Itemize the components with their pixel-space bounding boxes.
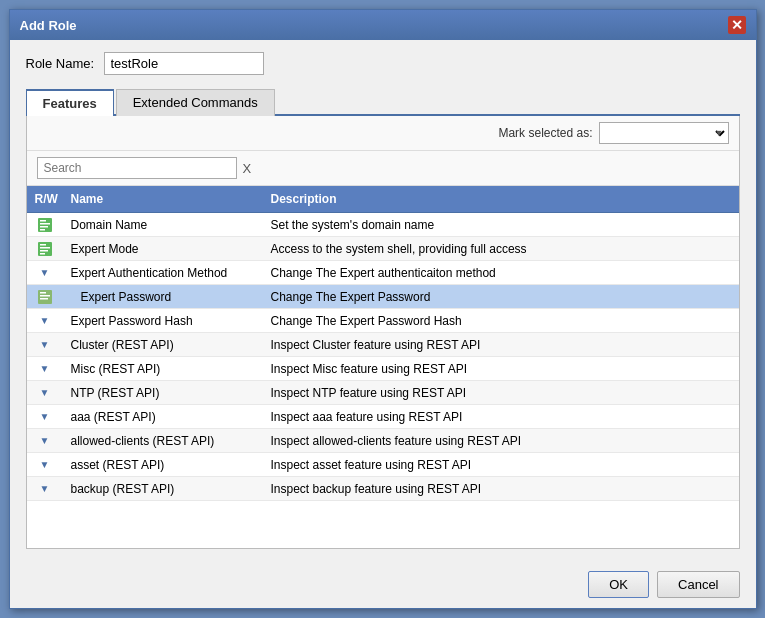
row-icon: ▼ (27, 481, 63, 496)
row-name: Expert Password (63, 288, 263, 306)
table-row[interactable]: ▼ Expert Authentication Method Change Th… (27, 261, 739, 285)
tabs-bar: Features Extended Commands (26, 87, 740, 116)
row-description: Change The Expert Password (263, 288, 739, 306)
collapse-icon: ▼ (40, 483, 50, 494)
row-description: Inspect backup feature using REST API (263, 480, 739, 498)
row-name: Expert Authentication Method (63, 264, 263, 282)
dialog-title: Add Role (20, 18, 77, 33)
row-icon: ▼ (27, 361, 63, 376)
edit-icon (37, 217, 53, 233)
row-name: asset (REST API) (63, 456, 263, 474)
search-row: X (27, 151, 739, 186)
edit-green-icon (37, 289, 53, 305)
collapse-icon: ▼ (40, 387, 50, 398)
row-name: aaa (REST API) (63, 408, 263, 426)
col-description: Description (263, 190, 739, 208)
row-description: Inspect asset feature using REST API (263, 456, 739, 474)
tab-features[interactable]: Features (26, 89, 114, 116)
search-input[interactable] (37, 157, 237, 179)
svg-rect-7 (40, 247, 50, 249)
table-row[interactable]: ▼ Misc (REST API) Inspect Misc feature u… (27, 357, 739, 381)
dialog-body: Role Name: Features Extended Commands Ma… (10, 40, 756, 561)
collapse-icon: ▼ (40, 315, 50, 326)
svg-rect-11 (40, 292, 46, 294)
collapse-icon: ▼ (40, 339, 50, 350)
title-bar: Add Role ✕ (10, 10, 756, 40)
row-name: allowed-clients (REST API) (63, 432, 263, 450)
row-name: Cluster (REST API) (63, 336, 263, 354)
table-row[interactable]: Expert Password Change The Expert Passwo… (27, 285, 739, 309)
collapse-icon: ▼ (40, 363, 50, 374)
row-icon (27, 215, 63, 235)
role-name-row: Role Name: (26, 52, 740, 75)
mark-selected-label: Mark selected as: (498, 126, 592, 140)
row-description: Inspect aaa feature using REST API (263, 408, 739, 426)
table-row[interactable]: ▼ backup (REST API) Inspect backup featu… (27, 477, 739, 501)
row-name: Expert Mode (63, 240, 263, 258)
row-description: Change The Expert Password Hash (263, 312, 739, 330)
row-icon: ▼ (27, 337, 63, 352)
table-row[interactable]: ▼ Cluster (REST API) Inspect Cluster fea… (27, 333, 739, 357)
row-name: Domain Name (63, 216, 263, 234)
table-header: R/W Name Description (27, 186, 739, 213)
collapse-icon: ▼ (40, 411, 50, 422)
role-name-label: Role Name: (26, 56, 96, 71)
row-icon: ▼ (27, 313, 63, 328)
collapse-icon: ▼ (40, 435, 50, 446)
dialog-footer: OK Cancel (10, 561, 756, 608)
mark-select-wrapper (599, 122, 729, 144)
close-button[interactable]: ✕ (728, 16, 746, 34)
row-icon: ▼ (27, 265, 63, 280)
col-name: Name (63, 190, 263, 208)
row-description: Inspect NTP feature using REST API (263, 384, 739, 402)
table-row[interactable]: ▼ allowed-clients (REST API) Inspect all… (27, 429, 739, 453)
collapse-icon: ▼ (40, 267, 50, 278)
table-row[interactable]: ▼ asset (REST API) Inspect asset feature… (27, 453, 739, 477)
features-panel: Mark selected as: X R/W Name Description (26, 116, 740, 549)
cancel-button[interactable]: Cancel (657, 571, 739, 598)
ok-button[interactable]: OK (588, 571, 649, 598)
svg-rect-8 (40, 250, 48, 252)
row-description: Set the system's domain name (263, 216, 739, 234)
edit-icon (37, 241, 53, 257)
role-name-input[interactable] (104, 52, 264, 75)
tab-extended-commands[interactable]: Extended Commands (116, 89, 275, 116)
table-row[interactable]: ▼ aaa (REST API) Inspect aaa feature usi… (27, 405, 739, 429)
svg-rect-13 (40, 298, 48, 300)
row-name: Misc (REST API) (63, 360, 263, 378)
panel-toolbar: Mark selected as: (27, 116, 739, 151)
col-rw: R/W (27, 190, 63, 208)
row-icon (27, 239, 63, 259)
row-description: Inspect Misc feature using REST API (263, 360, 739, 378)
svg-rect-6 (40, 244, 46, 246)
table-row[interactable]: ▼ NTP (REST API) Inspect NTP feature usi… (27, 381, 739, 405)
row-description: Access to the system shell, providing fu… (263, 240, 739, 258)
svg-rect-4 (40, 229, 45, 231)
row-icon (27, 287, 63, 307)
mark-selected-dropdown[interactable] (599, 122, 729, 144)
collapse-icon: ▼ (40, 459, 50, 470)
row-icon: ▼ (27, 457, 63, 472)
row-icon: ▼ (27, 385, 63, 400)
table-row[interactable]: ▼ Expert Password Hash Change The Expert… (27, 309, 739, 333)
row-icon: ▼ (27, 409, 63, 424)
row-description: Inspect allowed-clients feature using RE… (263, 432, 739, 450)
row-name: backup (REST API) (63, 480, 263, 498)
row-description: Inspect Cluster feature using REST API (263, 336, 739, 354)
svg-rect-1 (40, 220, 46, 222)
svg-rect-2 (40, 223, 50, 225)
row-name: Expert Password Hash (63, 312, 263, 330)
search-clear-button[interactable]: X (243, 161, 252, 176)
svg-rect-3 (40, 226, 48, 228)
table-row[interactable]: Expert Mode Access to the system shell, … (27, 237, 739, 261)
row-icon: ▼ (27, 433, 63, 448)
row-description: Change The Expert authenticaiton method (263, 264, 739, 282)
add-role-dialog: Add Role ✕ Role Name: Features Extended … (9, 9, 757, 609)
svg-rect-9 (40, 253, 45, 255)
row-name: NTP (REST API) (63, 384, 263, 402)
svg-rect-12 (40, 295, 50, 297)
table-row[interactable]: Domain Name Set the system's domain name (27, 213, 739, 237)
table-body: Domain Name Set the system's domain name (27, 213, 739, 548)
